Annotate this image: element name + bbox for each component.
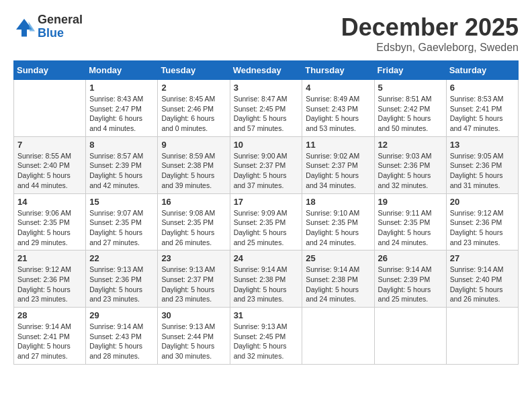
day-info: Sunrise: 9:08 AM Sunset: 2:35 PM Dayligh…: [161, 208, 226, 248]
calendar-header-sunday: Sunday: [14, 61, 86, 80]
day-number: 14: [17, 197, 82, 207]
day-info: Sunrise: 9:13 AM Sunset: 2:37 PM Dayligh…: [161, 265, 226, 304]
calendar-cell: 19Sunrise: 9:11 AM Sunset: 2:35 PM Dayli…: [374, 193, 446, 250]
day-number: 5: [378, 83, 443, 93]
logo: General Blue: [13, 13, 83, 40]
calendar-cell: 18Sunrise: 9:10 AM Sunset: 2:35 PM Dayli…: [302, 193, 374, 250]
calendar-cell: [446, 308, 518, 365]
day-info: Sunrise: 8:47 AM Sunset: 2:45 PM Dayligh…: [234, 94, 299, 134]
day-number: 15: [89, 197, 154, 207]
calendar-cell: 1Sunrise: 8:43 AM Sunset: 2:47 PM Daylig…: [86, 80, 158, 137]
calendar-cell: 15Sunrise: 9:07 AM Sunset: 2:35 PM Dayli…: [86, 193, 158, 250]
calendar-header-wednesday: Wednesday: [230, 61, 302, 80]
calendar-week-1: 1Sunrise: 8:43 AM Sunset: 2:47 PM Daylig…: [14, 80, 519, 137]
day-info: Sunrise: 9:10 AM Sunset: 2:35 PM Dayligh…: [306, 208, 370, 248]
day-number: 13: [450, 140, 515, 150]
day-info: Sunrise: 8:49 AM Sunset: 2:43 PM Dayligh…: [306, 94, 370, 134]
day-number: 30: [161, 310, 226, 320]
day-info: Sunrise: 9:05 AM Sunset: 2:36 PM Dayligh…: [450, 151, 515, 191]
calendar-cell: [374, 308, 446, 365]
calendar-cell: 3Sunrise: 8:47 AM Sunset: 2:45 PM Daylig…: [230, 80, 302, 137]
day-number: 25: [306, 253, 370, 263]
calendar-cell: 6Sunrise: 8:53 AM Sunset: 2:41 PM Daylig…: [446, 80, 518, 137]
calendar-cell: 10Sunrise: 9:00 AM Sunset: 2:37 PM Dayli…: [230, 136, 302, 193]
day-number: 8: [89, 140, 154, 150]
day-number: 31: [234, 310, 299, 320]
day-number: 23: [161, 253, 226, 263]
header: General Blue December 2025 Edsbyn, Gaevl…: [13, 13, 519, 54]
day-number: 28: [17, 310, 82, 320]
title-area: December 2025 Edsbyn, Gaevleborg, Sweden: [341, 13, 519, 54]
svg-marker-1: [28, 21, 35, 31]
calendar-cell: 31Sunrise: 9:13 AM Sunset: 2:45 PM Dayli…: [230, 308, 302, 365]
calendar-cell: 11Sunrise: 9:02 AM Sunset: 2:37 PM Dayli…: [302, 136, 374, 193]
day-number: 26: [378, 253, 443, 263]
calendar-header-row: SundayMondayTuesdayWednesdayThursdayFrid…: [14, 61, 519, 80]
day-info: Sunrise: 9:06 AM Sunset: 2:35 PM Dayligh…: [17, 208, 82, 248]
day-info: Sunrise: 9:12 AM Sunset: 2:36 PM Dayligh…: [450, 208, 515, 248]
calendar-header-thursday: Thursday: [302, 61, 374, 80]
day-info: Sunrise: 8:57 AM Sunset: 2:39 PM Dayligh…: [89, 151, 154, 191]
day-number: 10: [234, 140, 299, 150]
calendar-cell: [14, 80, 86, 137]
day-info: Sunrise: 9:07 AM Sunset: 2:35 PM Dayligh…: [89, 208, 154, 248]
day-number: 1: [89, 83, 154, 93]
day-number: 19: [378, 197, 443, 207]
calendar-cell: 30Sunrise: 9:13 AM Sunset: 2:44 PM Dayli…: [158, 308, 230, 365]
day-number: 20: [450, 197, 515, 207]
day-number: 16: [161, 197, 226, 207]
calendar-cell: 5Sunrise: 8:51 AM Sunset: 2:42 PM Daylig…: [374, 80, 446, 137]
day-info: Sunrise: 9:14 AM Sunset: 2:43 PM Dayligh…: [89, 322, 154, 361]
calendar-cell: 26Sunrise: 9:14 AM Sunset: 2:39 PM Dayli…: [374, 250, 446, 308]
calendar: SundayMondayTuesdayWednesdayThursdayFrid…: [13, 60, 519, 365]
calendar-cell: 28Sunrise: 9:14 AM Sunset: 2:41 PM Dayli…: [14, 308, 86, 365]
calendar-cell: 29Sunrise: 9:14 AM Sunset: 2:43 PM Dayli…: [86, 308, 158, 365]
day-number: 24: [234, 253, 299, 263]
day-number: 17: [234, 197, 299, 207]
logo-icon: [13, 16, 35, 38]
calendar-cell: 9Sunrise: 8:59 AM Sunset: 2:38 PM Daylig…: [158, 136, 230, 193]
day-info: Sunrise: 8:43 AM Sunset: 2:47 PM Dayligh…: [89, 94, 154, 134]
location-title: Edsbyn, Gaevleborg, Sweden: [341, 42, 519, 54]
day-number: 18: [306, 197, 370, 207]
calendar-header-saturday: Saturday: [446, 61, 518, 80]
day-info: Sunrise: 8:53 AM Sunset: 2:41 PM Dayligh…: [450, 94, 515, 134]
calendar-cell: 8Sunrise: 8:57 AM Sunset: 2:39 PM Daylig…: [86, 136, 158, 193]
calendar-cell: 7Sunrise: 8:55 AM Sunset: 2:40 PM Daylig…: [14, 136, 86, 193]
calendar-week-5: 28Sunrise: 9:14 AM Sunset: 2:41 PM Dayli…: [14, 308, 519, 365]
day-number: 2: [161, 83, 226, 93]
calendar-cell: 25Sunrise: 9:14 AM Sunset: 2:38 PM Dayli…: [302, 250, 374, 308]
calendar-header-friday: Friday: [374, 61, 446, 80]
calendar-cell: 17Sunrise: 9:09 AM Sunset: 2:35 PM Dayli…: [230, 193, 302, 250]
calendar-cell: 13Sunrise: 9:05 AM Sunset: 2:36 PM Dayli…: [446, 136, 518, 193]
calendar-cell: 14Sunrise: 9:06 AM Sunset: 2:35 PM Dayli…: [14, 193, 86, 250]
day-info: Sunrise: 9:03 AM Sunset: 2:36 PM Dayligh…: [378, 151, 443, 191]
day-info: Sunrise: 8:45 AM Sunset: 2:46 PM Dayligh…: [161, 94, 226, 134]
day-info: Sunrise: 9:13 AM Sunset: 2:44 PM Dayligh…: [161, 322, 226, 361]
calendar-week-3: 14Sunrise: 9:06 AM Sunset: 2:35 PM Dayli…: [14, 193, 519, 250]
day-info: Sunrise: 8:55 AM Sunset: 2:40 PM Dayligh…: [17, 151, 82, 191]
day-number: 29: [89, 310, 154, 320]
logo-text: General Blue: [38, 13, 83, 40]
day-info: Sunrise: 9:11 AM Sunset: 2:35 PM Dayligh…: [378, 208, 443, 248]
day-info: Sunrise: 9:14 AM Sunset: 2:41 PM Dayligh…: [17, 322, 82, 361]
day-info: Sunrise: 8:51 AM Sunset: 2:42 PM Dayligh…: [378, 94, 443, 134]
day-number: 3: [234, 83, 299, 93]
day-number: 7: [17, 140, 82, 150]
day-number: 22: [89, 253, 154, 263]
day-number: 27: [450, 253, 515, 263]
day-info: Sunrise: 9:14 AM Sunset: 2:39 PM Dayligh…: [378, 265, 443, 304]
day-info: Sunrise: 9:14 AM Sunset: 2:38 PM Dayligh…: [234, 265, 299, 304]
day-number: 11: [306, 140, 370, 150]
calendar-cell: 27Sunrise: 9:14 AM Sunset: 2:40 PM Dayli…: [446, 250, 518, 308]
calendar-cell: 22Sunrise: 9:13 AM Sunset: 2:36 PM Dayli…: [86, 250, 158, 308]
day-info: Sunrise: 9:12 AM Sunset: 2:36 PM Dayligh…: [17, 265, 82, 304]
day-info: Sunrise: 9:09 AM Sunset: 2:35 PM Dayligh…: [234, 208, 299, 248]
calendar-week-4: 21Sunrise: 9:12 AM Sunset: 2:36 PM Dayli…: [14, 250, 519, 308]
logo-general-text: General: [38, 13, 83, 27]
day-number: 12: [378, 140, 443, 150]
calendar-cell: 4Sunrise: 8:49 AM Sunset: 2:43 PM Daylig…: [302, 80, 374, 137]
calendar-cell: 12Sunrise: 9:03 AM Sunset: 2:36 PM Dayli…: [374, 136, 446, 193]
day-info: Sunrise: 9:13 AM Sunset: 2:45 PM Dayligh…: [234, 322, 299, 361]
day-number: 21: [17, 253, 82, 263]
